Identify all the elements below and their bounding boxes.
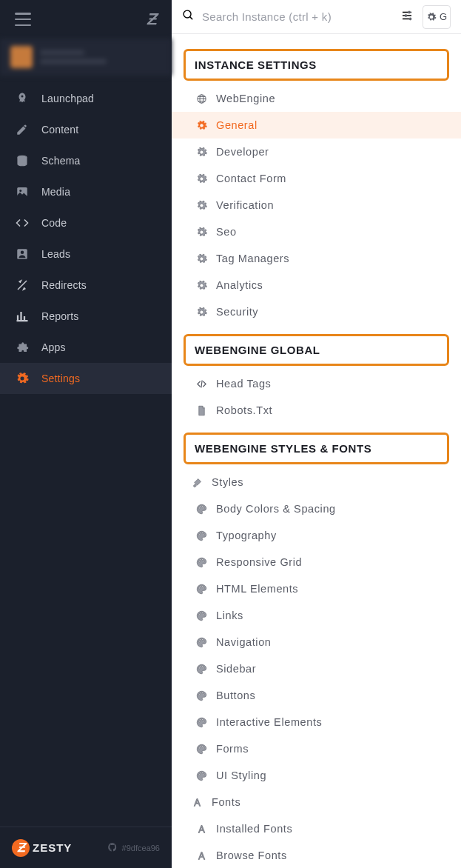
setting-item-webengine[interactable]: WebEngine [172, 85, 461, 112]
setting-item-label: Verification [216, 199, 274, 211]
setting-item-label: Forms [216, 743, 249, 755]
sidebar-item-reports[interactable]: Reports [0, 301, 172, 332]
setting-item-browse-fonts[interactable]: Browse Fonts [172, 842, 461, 868]
brush-icon [191, 476, 203, 488]
setting-item-ui-styling[interactable]: UI Styling [172, 762, 461, 789]
sidebar-item-redirects[interactable]: Redirects [0, 270, 172, 301]
setting-item-label: Seo [216, 226, 237, 238]
setting-item-interactive-elements[interactable]: Interactive Elements [172, 709, 461, 735]
file-icon [195, 404, 207, 416]
setting-item-buttons[interactable]: Buttons [172, 682, 461, 709]
setting-item-label: Installed Fonts [216, 823, 292, 835]
gear-icon [195, 146, 207, 158]
avatar [10, 46, 33, 68]
setting-item-label: HTML Elements [216, 583, 298, 595]
setting-item-label: Security [216, 306, 258, 318]
nav-label: Apps [41, 341, 66, 353]
section-title: WEBENGINE STYLES & FONTS [195, 442, 371, 455]
nav-label: Settings [41, 373, 80, 384]
setting-item-navigation[interactable]: Navigation [172, 629, 461, 655]
setting-item-label: Navigation [216, 636, 272, 648]
nav-items: Launchpad Content Schema Media Code Lead… [0, 83, 172, 827]
sidebar-footer: Ƶ ZESTY #9dfcea96 [0, 827, 172, 868]
sidebar-item-apps[interactable]: Apps [0, 332, 172, 363]
setting-item-sidebar[interactable]: Sidebar [172, 655, 461, 682]
setting-item-tag-managers[interactable]: Tag Managers [172, 245, 461, 272]
section-webengine-global: WEBENGINE GLOBAL [184, 334, 449, 366]
setting-item-label: Head Tags [216, 378, 271, 390]
gear-icon [195, 279, 207, 291]
setting-item-label: Analytics [216, 279, 263, 291]
setting-item-robots-txt[interactable]: Robots.Txt [172, 397, 461, 424]
code-icon [15, 216, 30, 230]
setting-item-head-tags[interactable]: Head Tags [172, 370, 461, 397]
setting-item-label: Body Colors & Spacing [216, 503, 336, 515]
setting-item-label: Tag Managers [216, 253, 289, 264]
gear-icon [195, 199, 207, 211]
gear-icon [195, 253, 207, 264]
setting-item-responsive-grid[interactable]: Responsive Grid [172, 549, 461, 575]
github-icon [107, 842, 118, 854]
leads-icon [15, 247, 30, 261]
setting-item-label: Links [216, 610, 243, 621]
brand[interactable]: Ƶ ZESTY [12, 839, 72, 857]
sidebar-header: Ƶ [0, 0, 172, 39]
setting-item-label: Fonts [212, 796, 240, 808]
gear-icon [15, 371, 30, 386]
setting-item-styles[interactable]: Styles [172, 469, 461, 495]
main: G INSTANCE SETTINGS WebEngineGeneralDeve… [172, 0, 461, 868]
nav-label: Redirects [41, 279, 87, 291]
setting-item-label: WebEngine [216, 93, 275, 104]
commit-hash[interactable]: #9dfcea96 [107, 842, 160, 854]
setting-item-label: Typography [216, 530, 277, 541]
section-instance-settings: INSTANCE SETTINGS [184, 49, 449, 81]
setting-item-body-colors-spacing[interactable]: Body Colors & Spacing [172, 495, 461, 522]
setting-item-label: General [216, 119, 258, 131]
sidebar-item-content[interactable]: Content [0, 114, 172, 145]
search-input[interactable] [202, 10, 391, 23]
image-icon [15, 184, 30, 199]
setting-item-seo[interactable]: Seo [172, 218, 461, 245]
logo-small-icon: Ƶ [147, 10, 157, 28]
setting-item-general[interactable]: General [172, 112, 461, 138]
section-webengine-styles-fonts: WEBENGINE STYLES & FONTS [184, 433, 449, 464]
setting-item-security[interactable]: Security [172, 298, 461, 325]
setting-item-installed-fonts[interactable]: Installed Fonts [172, 815, 461, 842]
gear-icon [195, 173, 207, 184]
commit-text: #9dfcea96 [122, 844, 160, 852]
nav-label: Launchpad [41, 93, 94, 104]
puzzle-icon [15, 340, 30, 355]
setting-item-developer[interactable]: Developer [172, 138, 461, 165]
setting-item-fonts[interactable]: Fonts [172, 789, 461, 815]
sidebar-item-leads[interactable]: Leads [0, 238, 172, 270]
search-icon [182, 9, 195, 24]
setting-item-verification[interactable]: Verification [172, 192, 461, 218]
sidebar-item-settings[interactable]: Settings [0, 363, 172, 394]
menu-toggle-icon[interactable] [15, 13, 31, 26]
setting-item-analytics[interactable]: Analytics [172, 272, 461, 298]
sidebar-item-code[interactable]: Code [0, 207, 172, 238]
palette-icon [195, 610, 207, 621]
palette-icon [195, 663, 207, 675]
palette-icon [195, 690, 207, 701]
setting-item-forms[interactable]: Forms [172, 735, 461, 762]
palette-icon [195, 636, 207, 648]
sliders-icon[interactable] [400, 9, 414, 25]
code-icon [195, 378, 207, 390]
sidebar-item-launchpad[interactable]: Launchpad [0, 83, 172, 114]
sidebar-item-schema[interactable]: Schema [0, 145, 172, 176]
setting-item-typography[interactable]: Typography [172, 522, 461, 549]
gear-icon [195, 306, 207, 318]
gear-icon [195, 226, 207, 238]
setting-item-html-elements[interactable]: HTML Elements [172, 575, 461, 602]
sidebar-item-media[interactable]: Media [0, 176, 172, 207]
settings-dropdown-button[interactable]: G [423, 5, 451, 29]
database-icon [15, 153, 30, 168]
setting-item-contact-form[interactable]: Contact Form [172, 165, 461, 192]
profile-area[interactable] [0, 39, 172, 76]
section-title: WEBENGINE GLOBAL [195, 344, 320, 356]
nav-label: Content [41, 124, 78, 136]
setting-item-links[interactable]: Links [172, 602, 461, 629]
nav-label: Code [41, 217, 67, 229]
font-icon [195, 823, 207, 835]
